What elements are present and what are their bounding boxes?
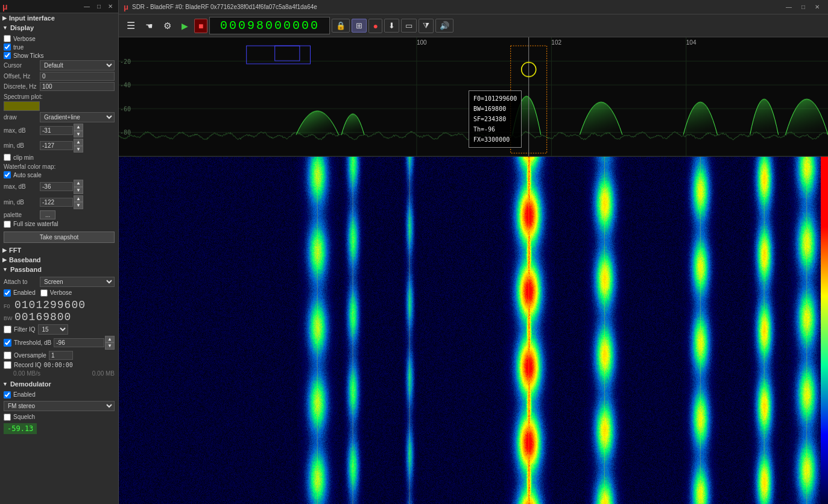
bw-label: BW [4, 315, 13, 321]
full-size-checkbox[interactable] [4, 221, 11, 228]
wf-max-db-input[interactable] [40, 182, 73, 191]
filter-btn[interactable]: ⧩ [419, 19, 434, 33]
squelch-row: Squelch [4, 414, 115, 421]
threshold-checkbox[interactable] [4, 339, 11, 347]
passband-section-header[interactable]: ▼ Passband [0, 265, 118, 274]
show-ticks-label: Show Ticks [13, 52, 44, 59]
sdr-minimize-btn[interactable]: — [782, 3, 795, 11]
wf-max-up[interactable]: ▲ [74, 180, 83, 187]
settings-btn[interactable]: ⚙ [159, 18, 175, 34]
passband-verbose-label: Verbose [50, 289, 72, 296]
wf-min-up[interactable]: ▲ [74, 195, 83, 203]
max-db-down[interactable]: ▼ [74, 131, 83, 138]
min-db-label: min, dB [4, 142, 40, 149]
baseband-label: Baseband [9, 256, 41, 263]
passband-verbose-row: Verbose [40, 289, 72, 297]
offset-hz-row: Offset, Hz [4, 72, 115, 81]
threshold-down[interactable]: ▼ [105, 342, 115, 350]
palette-btn[interactable]: ... [40, 210, 55, 219]
mu-logo: μ [2, 2, 8, 11]
rect-select-btn[interactable]: ▭ [401, 19, 417, 33]
clip-min-checkbox[interactable] [4, 154, 11, 161]
demod-mode-select[interactable]: FM stereo FM mono AM USB LSB CW [4, 401, 115, 411]
passband-verbose-checkbox[interactable] [40, 289, 48, 297]
display-section-header[interactable]: ▼ Display [0, 23, 118, 33]
sdr-maximize-btn[interactable]: □ [798, 3, 809, 11]
input-interface-label: Input interface [9, 14, 55, 22]
menu-btn[interactable]: ☰ [122, 17, 139, 34]
sdr-mu-icon: μ [124, 2, 128, 11]
maximize-btn[interactable]: □ [94, 2, 104, 10]
attach-to-select[interactable]: Screen Baseband [40, 277, 115, 287]
wf-min-down[interactable]: ▼ [74, 202, 83, 209]
record-btn[interactable]: ● [368, 19, 382, 33]
demod-enabled-checkbox[interactable] [4, 391, 11, 398]
filter-iq-select[interactable]: 153163 [38, 324, 68, 335]
spectrum-view-btn[interactable]: ⊞ [352, 19, 367, 33]
animated-pan-row: true [4, 43, 115, 51]
max-db-up[interactable]: ▲ [74, 124, 83, 131]
wf-min-db-spinner: ▲ ▼ [40, 195, 83, 209]
record-iq-checkbox[interactable] [4, 361, 11, 369]
cursor-select[interactable]: Default Cross Arrow [40, 60, 115, 71]
verbose-row: Verbose [4, 35, 115, 42]
wf-max-down[interactable]: ▼ [74, 187, 83, 194]
play-btn[interactable]: ▶ [177, 19, 192, 33]
auto-scale-label: Auto scale [13, 172, 42, 178]
baseband-section-header[interactable]: ▶ Baseband [0, 255, 118, 265]
palette-row: palette ... [4, 210, 115, 219]
auto-scale-checkbox[interactable] [4, 171, 11, 178]
frequency-display[interactable]: 00098000000 [209, 17, 330, 34]
threshold-up[interactable]: ▲ [105, 336, 115, 343]
threshold-input[interactable] [54, 338, 104, 347]
squelch-checkbox[interactable] [4, 414, 11, 421]
discrete-hz-input[interactable] [40, 82, 115, 91]
passband-enabled-row: Enabled [4, 289, 36, 297]
threshold-label: Threshold, dB [14, 339, 51, 346]
demodulator-section-header[interactable]: ▼ Demodulator [0, 379, 118, 389]
oversample-input[interactable] [49, 351, 73, 360]
input-interface-header[interactable]: ▶ Input interface [0, 13, 118, 23]
fft-label: FFT [9, 247, 21, 254]
verbose-label: Verbose [13, 36, 36, 42]
minimize-btn[interactable]: — [81, 2, 93, 10]
stop-btn[interactable]: ■ [194, 19, 207, 33]
download-btn[interactable]: ⬇ [384, 19, 399, 33]
sdr-close-btn[interactable]: ✕ [811, 3, 823, 11]
offset-hz-input[interactable] [40, 72, 115, 81]
verbose-checkbox[interactable] [4, 35, 11, 42]
max-db-input[interactable] [40, 126, 73, 135]
draw-select[interactable]: Gradient+line Line Gradient [40, 112, 115, 122]
close-btn[interactable]: ✕ [105, 2, 116, 10]
record-iq-time: 00:00:00 [44, 362, 73, 368]
palette-label: palette [4, 212, 40, 218]
animated-pan-checkbox[interactable] [4, 43, 11, 51]
oversample-checkbox[interactable] [4, 351, 11, 359]
wf-min-db-row: min, dB ▲ ▼ [4, 195, 115, 209]
clip-min-row: clip min [4, 154, 115, 161]
show-ticks-checkbox[interactable] [4, 52, 11, 59]
passband-enabled-checkbox[interactable] [4, 289, 11, 297]
sdr-title: SDR - BladeRF #0: BladeRF 0x77162e38f0d1… [132, 4, 317, 10]
max-db-label: max, dB [4, 127, 40, 134]
lock-btn[interactable]: 🔒 [332, 19, 350, 33]
hand-tool-btn[interactable]: ☚ [141, 19, 157, 33]
min-db-input[interactable] [40, 141, 73, 150]
passband-arrow: ▼ [2, 266, 8, 272]
f0-label: F0 [4, 303, 13, 309]
min-db-down[interactable]: ▼ [74, 146, 83, 153]
wf-min-db-input[interactable] [40, 198, 73, 207]
filter-iq-checkbox[interactable] [4, 326, 11, 333]
min-db-up[interactable]: ▲ [74, 139, 83, 146]
spectrum-color-box[interactable] [4, 101, 40, 111]
bw-display-row: BW 00169800 [4, 311, 115, 323]
full-size-row: Full size waterfal [4, 221, 115, 228]
fft-arrow: ▶ [2, 247, 7, 253]
attach-to-label: Attach to [4, 279, 40, 285]
f0-value: 0101299600 [14, 299, 86, 311]
threshold-spinner: ▲ ▼ [54, 336, 115, 350]
take-snapshot-btn[interactable]: Take snapshot [4, 232, 115, 243]
volume-btn[interactable]: 🔊 [435, 19, 454, 33]
passband-enabled-label: Enabled [13, 289, 36, 296]
fft-section-header[interactable]: ▶ FFT [0, 245, 118, 255]
